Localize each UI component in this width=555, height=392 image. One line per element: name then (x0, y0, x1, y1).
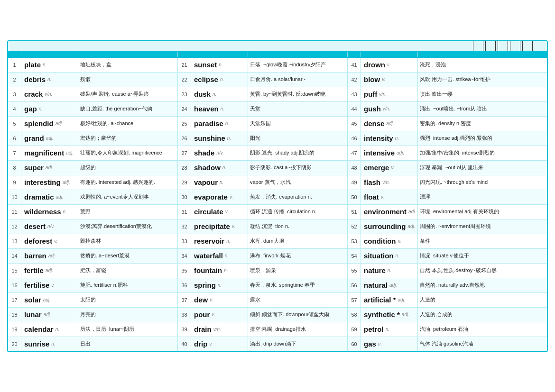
cell-num-a: 4 (8, 102, 21, 116)
cell-num-b: 23 (178, 87, 191, 101)
col-def-2 (248, 52, 348, 57)
cell-word-a: platen. (21, 58, 78, 72)
cell-word-b: eclipsen. (191, 73, 248, 87)
cell-word-a: wildernessn. (21, 205, 78, 219)
cell-num-b: 32 (178, 219, 191, 234)
cell-word-b: duskn. (191, 87, 248, 101)
cell-word-b: shadown. (191, 161, 248, 175)
cell-def-a: 破裂/声;裂缝. cause a~弄裂痕 (78, 87, 178, 101)
table-body: 1 platen. 地址板块，盘 21 sunsetn. 日落. ~glow晚霞… (8, 58, 547, 351)
cell-word-c: situationn. (361, 249, 418, 263)
cell-num-c: 46 (348, 131, 361, 146)
cell-num-c: 58 (348, 308, 361, 322)
cell-num-b: 30 (178, 190, 191, 204)
cell-num-c: 57 (348, 293, 361, 307)
cell-word-c: surroundingadj. (361, 219, 418, 234)
cell-word-b: precipitatev. (191, 219, 248, 234)
cell-num-b: 33 (178, 234, 191, 248)
cell-num-b: 28 (178, 161, 191, 175)
cell-def-b: 滴出. drip down滴下 (248, 337, 348, 351)
cell-num-b: 35 (178, 264, 191, 278)
table-row: 16 fertilisev. 施肥. fertiliser n.肥料 36 sp… (8, 278, 547, 293)
cell-word-b: waterfalln. (191, 249, 248, 263)
cell-def-b: vapor 蒸气，水汽 (248, 175, 348, 190)
cell-num-c: 45 (348, 117, 361, 131)
col-num-3 (348, 52, 361, 57)
cell-num-c: 59 (348, 322, 361, 337)
cell-num-a: 15 (8, 264, 21, 278)
cell-def-a: 壮丽的,令人印象深刻. magnificence (78, 146, 178, 160)
cell-def-c: 气体;汽油 gasoline汽油 (418, 337, 541, 351)
cell-word-b: evaporatev. (191, 190, 248, 204)
cell-num-b: 40 (178, 337, 191, 351)
cell-word-b: vapourn. (191, 175, 248, 190)
col-def-1 (78, 52, 178, 57)
cell-def-a: 月亮的 (78, 308, 178, 322)
table-row: 10 dramaticadj. 戏剧性的. a~event令人深刻事 30 ev… (8, 190, 547, 205)
date-box-2[interactable] (485, 41, 496, 51)
cell-word-c: intensiveadj. (361, 146, 418, 160)
date-box-1[interactable] (473, 41, 483, 51)
cell-word-c: petroln. (361, 322, 418, 337)
cell-def-a: 肥沃，富饶 (78, 264, 178, 278)
cell-word-a: fertileadj. (21, 264, 78, 278)
date-section (469, 41, 533, 51)
cell-word-a: superadj. (21, 161, 78, 175)
cell-word-c: intensityn. (361, 131, 418, 146)
cell-word-a: magnificentadj. (21, 146, 78, 160)
cell-word-c: blowv. (361, 73, 418, 87)
table-row: 2 debrisn. 残骸 22 eclipsen. 日食月食. a solar… (8, 73, 547, 87)
table-row: 7 magnificentadj. 壮丽的,令人印象深刻. magnificen… (8, 146, 547, 161)
cell-num-a: 13 (8, 234, 21, 248)
cell-word-a: crackv/n. (21, 87, 78, 101)
date-box-5[interactable] (522, 41, 533, 51)
cell-def-b: 露水 (248, 293, 348, 307)
col-def-3 (418, 52, 541, 57)
cell-def-b: 天堂乐园 (248, 117, 348, 131)
cell-word-b: drainv/n. (191, 322, 248, 337)
table-row: 20 sunrisen. 日出 40 dripv. 滴出. drip down滴… (8, 337, 547, 351)
cell-word-c: emergev. (361, 161, 418, 175)
cell-num-a: 17 (8, 293, 21, 307)
date-box-4[interactable] (510, 41, 520, 51)
cell-def-b: 日食月食. a solar/lunar~ (248, 73, 348, 87)
cell-def-a: 贫瘠的. a~desert荒漠 (78, 249, 178, 263)
cell-num-c: 53 (348, 234, 361, 248)
cell-num-c: 47 (348, 146, 361, 160)
col-word-3 (361, 52, 418, 57)
cell-def-c: 汽油. petroleum 石油 (418, 322, 541, 337)
cell-word-a: sunrisen. (21, 337, 78, 351)
cell-word-c: floatv. (361, 190, 418, 204)
cell-num-a: 19 (8, 322, 21, 337)
cell-num-a: 10 (8, 190, 21, 204)
col-num-2 (178, 52, 191, 57)
cell-num-a: 6 (8, 131, 21, 146)
cell-def-a: 历法，日历. lunar~阴历 (78, 322, 178, 337)
table-row: 12 desertn/v. 沙漠;离弃.desertification荒漠化 3… (8, 219, 547, 234)
col-word-1 (21, 52, 78, 57)
cell-def-a: 宏达的；豪华的 (78, 131, 178, 146)
cell-word-a: barrenadj. (21, 249, 78, 263)
cell-num-b: 29 (178, 175, 191, 190)
table-header (8, 52, 547, 58)
date-boxes (473, 41, 533, 51)
cell-num-c: 54 (348, 249, 361, 263)
table-row: 4 gapn. 缺口,差距. the generation~代购 24 heav… (8, 102, 547, 117)
cell-num-a: 12 (8, 219, 21, 234)
date-box-3[interactable] (498, 41, 508, 51)
table-row: 13 deforestv. 毁掉森林 33 reservoirn. 水库. da… (8, 234, 547, 249)
table-row: 8 superadj. 超级的 28 shadown. 影子阴影. cast a… (8, 161, 547, 175)
cell-def-b: 排空;耗竭. drainage排水 (248, 322, 348, 337)
cell-def-c: 喷出;吹出一缕 (418, 87, 541, 101)
cell-word-a: deforestv. (21, 234, 78, 248)
cell-word-b: circulatev. (191, 205, 248, 219)
cell-def-c: 密集的. density n.密度 (418, 117, 541, 131)
cell-def-b: 倾斜,倾盆而下. downpour倾盆大雨 (248, 308, 348, 322)
cell-def-b: 日落. ~glow晚霞.~industry夕阳产 (248, 58, 348, 72)
cell-num-c: 56 (348, 278, 361, 292)
cell-word-c: naturaladj. (361, 278, 418, 292)
cell-num-a: 7 (8, 146, 21, 160)
cell-def-c: 涌出. ~out喷出. ~from从.喷出 (418, 102, 541, 116)
cell-num-c: 55 (348, 264, 361, 278)
cell-num-c: 52 (348, 219, 361, 234)
